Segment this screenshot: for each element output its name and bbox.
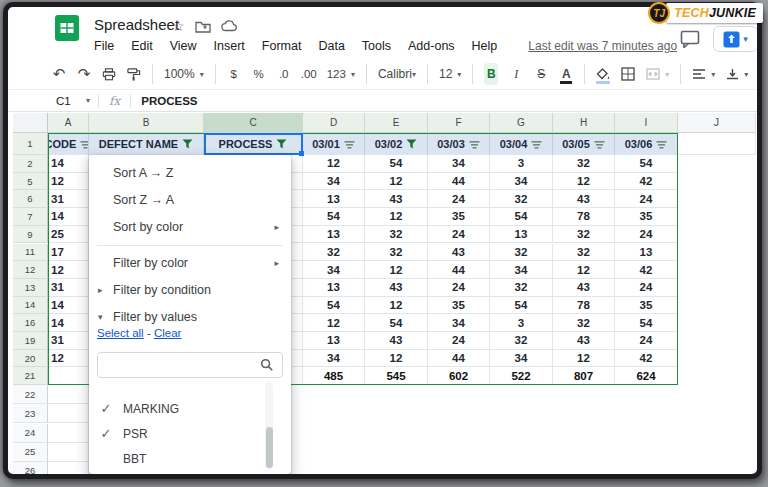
grid-cell[interactable]: 34: [490, 350, 553, 368]
filter-header-cell[interactable]: 03/01: [303, 133, 365, 155]
grid-cell[interactable]: 32: [553, 244, 615, 262]
italic-button[interactable]: I: [509, 63, 523, 85]
select-all-corner[interactable]: [13, 113, 48, 133]
cloud-status-icon[interactable]: [221, 20, 238, 32]
grid-cell[interactable]: 12: [365, 350, 428, 368]
column-header-I[interactable]: I: [615, 113, 678, 133]
grid-cell[interactable]: 34: [490, 261, 553, 279]
row-header[interactable]: 2: [13, 155, 48, 173]
grid-cell[interactable]: 13: [303, 332, 365, 350]
grid-cell[interactable]: 12: [553, 261, 615, 279]
grid-cell[interactable]: 35: [428, 208, 490, 226]
grid-cell[interactable]: 12: [365, 173, 428, 191]
grid-cell[interactable]: 31: [48, 279, 89, 297]
row-header[interactable]: 23: [13, 404, 48, 423]
menu-addons[interactable]: Add-ons: [408, 39, 455, 53]
grid-cell[interactable]: 24: [428, 190, 490, 208]
filter-header-cell[interactable]: 03/05: [553, 133, 615, 155]
menu-item-sort-by-color[interactable]: Sort by color▸: [89, 213, 291, 240]
menu-item-sort-a-z[interactable]: Sort A → Z: [89, 159, 291, 186]
grid-cell[interactable]: 24: [615, 226, 678, 244]
filter-value-item[interactable]: BBT: [89, 446, 271, 471]
grid-cell[interactable]: 12: [48, 350, 89, 368]
move-folder-icon[interactable]: [195, 20, 211, 33]
select-all-link[interactable]: Select all: [97, 327, 144, 339]
grid-cell[interactable]: 35: [428, 297, 490, 315]
menu-file[interactable]: File: [94, 39, 114, 53]
grid-cell[interactable]: 12: [303, 314, 365, 332]
clear-link[interactable]: Clear: [154, 327, 181, 339]
filter-icon[interactable]: [80, 140, 89, 149]
format-currency-button[interactable]: $: [227, 63, 241, 85]
font-family-select[interactable]: Calibri▾: [378, 67, 416, 81]
grid-cell[interactable]: 34: [303, 173, 365, 191]
grid-cell[interactable]: 54: [303, 208, 365, 226]
grid-cell[interactable]: 12: [365, 208, 428, 226]
column-header-E[interactable]: E: [365, 113, 428, 133]
filter-icon[interactable]: [469, 140, 480, 149]
column-header-B[interactable]: B: [89, 113, 204, 133]
grid-cell[interactable]: 624: [615, 367, 678, 385]
grid-cell[interactable]: 32: [553, 314, 615, 332]
grid-cell[interactable]: 13: [303, 190, 365, 208]
grid-cell[interactable]: 13: [615, 244, 678, 262]
grid-cell[interactable]: [48, 462, 89, 479]
grid-cell[interactable]: [678, 133, 756, 155]
grid-cell[interactable]: 35: [615, 208, 678, 226]
grid-cell[interactable]: 54: [365, 155, 428, 173]
filter-icon[interactable]: [531, 140, 542, 149]
grid-cell[interactable]: 54: [303, 297, 365, 315]
decrease-decimal-button[interactable]: .0: [277, 63, 291, 85]
grid-cell[interactable]: 54: [490, 208, 553, 226]
filter-active-icon[interactable]: [276, 139, 287, 149]
row-header[interactable]: 6: [13, 190, 48, 208]
grid-cell[interactable]: 24: [428, 332, 490, 350]
grid-cell[interactable]: 14: [48, 314, 89, 332]
grid-cell[interactable]: 42: [615, 350, 678, 368]
grid-cell[interactable]: 34: [303, 350, 365, 368]
fill-color-button[interactable]: [596, 63, 610, 85]
last-edit-link[interactable]: Last edit was 7 minutes ago: [528, 39, 677, 53]
bold-button[interactable]: B: [484, 63, 498, 85]
column-header-G[interactable]: G: [490, 113, 553, 133]
borders-button[interactable]: [621, 63, 635, 85]
grid-cell[interactable]: 24: [615, 190, 678, 208]
grid-cell[interactable]: 32: [490, 279, 553, 297]
row-header[interactable]: 20: [13, 350, 48, 368]
grid-cell[interactable]: 54: [615, 155, 678, 173]
menu-help[interactable]: Help: [472, 39, 498, 53]
grid-cell[interactable]: 24: [428, 226, 490, 244]
horizontal-align-button[interactable]: ▾: [692, 68, 715, 80]
grid-cell[interactable]: 32: [365, 244, 428, 262]
expander-closed-icon[interactable]: ▸: [98, 285, 103, 295]
grid-cell[interactable]: 43: [428, 244, 490, 262]
grid-cell[interactable]: 12: [553, 350, 615, 368]
menu-tools[interactable]: Tools: [362, 39, 391, 53]
filter-header-cell[interactable]: PROCESS: [204, 133, 303, 155]
row-header[interactable]: 7: [13, 208, 48, 226]
grid-cell[interactable]: 485: [303, 367, 365, 385]
cell-reference-box[interactable]: C1: [56, 95, 86, 107]
strikethrough-button[interactable]: S: [534, 63, 548, 85]
grid-cell[interactable]: [48, 424, 89, 443]
column-header-A[interactable]: A: [48, 113, 89, 133]
row-header[interactable]: 19: [13, 332, 48, 350]
grid-cell[interactable]: 32: [553, 155, 615, 173]
menu-item-filter-by-color[interactable]: Filter by color▸: [89, 250, 291, 277]
grid-cell[interactable]: 34: [428, 314, 490, 332]
grid-cell[interactable]: 14: [48, 297, 89, 315]
grid-cell[interactable]: 54: [615, 314, 678, 332]
grid-cell[interactable]: 12: [365, 297, 428, 315]
grid-cell[interactable]: 25: [48, 226, 89, 244]
more-formats-button[interactable]: 123▾: [327, 68, 355, 80]
filter-icon[interactable]: [656, 140, 667, 149]
font-size-select[interactable]: 12▾: [439, 67, 461, 81]
filter-active-icon[interactable]: [406, 139, 417, 149]
row-header[interactable]: 25: [13, 443, 48, 462]
grid-cell[interactable]: 13: [303, 279, 365, 297]
grid-cell[interactable]: 24: [428, 279, 490, 297]
grid-cell[interactable]: 35: [615, 297, 678, 315]
filter-icon[interactable]: [594, 140, 605, 149]
grid-cell[interactable]: 522: [490, 367, 553, 385]
grid-cell[interactable]: 24: [615, 332, 678, 350]
